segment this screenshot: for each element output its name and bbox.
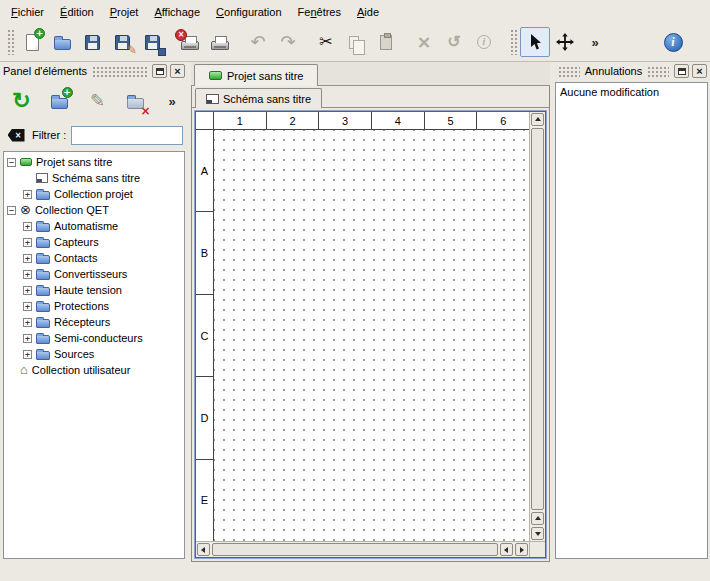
- expand-icon[interactable]: [23, 350, 32, 359]
- horizontal-scroll-thumb[interactable]: [212, 543, 498, 556]
- expand-icon[interactable]: [23, 286, 32, 295]
- open-file-button[interactable]: [47, 27, 77, 57]
- tree-item[interactable]: Récepteurs: [4, 314, 184, 330]
- tree-item-label: Collection QET: [35, 204, 109, 216]
- delete-button[interactable]: [409, 27, 439, 57]
- menu-projet[interactable]: Projet: [102, 2, 147, 22]
- move-arrows-icon: [556, 33, 574, 51]
- new-element-button[interactable]: [44, 86, 75, 117]
- tree-item[interactable]: Semi-conducteurs: [4, 330, 184, 346]
- paste-button[interactable]: [371, 27, 401, 57]
- element-info-button[interactable]: [469, 27, 499, 57]
- menu-bar: Fichier Édition Projet Affichage Configu…: [0, 0, 710, 23]
- grid-canvas[interactable]: [214, 130, 529, 541]
- menu-aide[interactable]: Aide: [349, 2, 387, 22]
- menu-configuration[interactable]: Configuration: [208, 2, 289, 22]
- panel-overflow-button[interactable]: »: [162, 86, 182, 116]
- reload-collections-button[interactable]: [6, 86, 37, 117]
- diagram-view[interactable]: 1 2 3 4 5 6 A B C D: [195, 111, 546, 558]
- menu-fenetres[interactable]: Fenêtres: [290, 2, 349, 22]
- column-ruler: 1 2 3 4 5 6: [214, 112, 529, 130]
- tree-item[interactable]: Collection utilisateur: [4, 362, 184, 378]
- print-button[interactable]: [205, 27, 235, 57]
- undo-panel-drag-handle[interactable]: [647, 66, 669, 77]
- redo-icon: [280, 33, 295, 51]
- scroll-left-button[interactable]: [197, 543, 210, 556]
- undo-button[interactable]: [243, 27, 273, 57]
- toolbar-overflow-button[interactable]: »: [580, 27, 610, 57]
- rotate-button[interactable]: [439, 27, 469, 57]
- expand-icon[interactable]: [23, 254, 32, 263]
- info-blue-icon: [664, 33, 683, 52]
- undo-panel-float-button[interactable]: [674, 64, 689, 78]
- collapse-icon[interactable]: [7, 206, 16, 215]
- save-as-button[interactable]: [107, 27, 137, 57]
- expand-icon[interactable]: [23, 302, 32, 311]
- tree-item[interactable]: Capteurs: [4, 234, 184, 250]
- save-all-button[interactable]: [137, 27, 167, 57]
- pan-mode-button[interactable]: [550, 27, 580, 57]
- tree-item[interactable]: Collection projet: [4, 186, 184, 202]
- project-window: Schéma sans titre 1 2 3 4: [191, 86, 550, 562]
- tree-item[interactable]: Schéma sans titre: [4, 170, 184, 186]
- tree-item[interactable]: Convertisseurs: [4, 266, 184, 282]
- undo-history-list[interactable]: Aucune modification: [555, 82, 708, 559]
- menu-fichier[interactable]: Fichier: [3, 2, 52, 22]
- horizontal-scrollbar[interactable]: [196, 541, 529, 557]
- scroll-up-button[interactable]: [531, 113, 544, 126]
- project-tab[interactable]: Projet sans titre: [194, 64, 318, 86]
- tree-item[interactable]: Automatisme: [4, 218, 184, 234]
- tree-item[interactable]: Contacts: [4, 250, 184, 266]
- scrollbar-corner: [529, 541, 545, 557]
- copy-button[interactable]: [341, 27, 371, 57]
- expand-icon[interactable]: [23, 334, 32, 343]
- undo-panel-close-button[interactable]: [692, 64, 707, 78]
- toolbar-drag-handle[interactable]: [7, 29, 14, 55]
- delete-element-button[interactable]: [120, 86, 151, 117]
- scroll-right-button[interactable]: [515, 543, 528, 556]
- vertical-scroll-thumb[interactable]: [531, 128, 544, 510]
- save-button[interactable]: [77, 27, 107, 57]
- scroll-down-button[interactable]: [531, 527, 544, 540]
- elements-panel-title: Panel d'éléments: [3, 65, 87, 77]
- arrow-left-icon: [501, 547, 508, 553]
- tabbar-empty: [318, 62, 550, 86]
- scroll-left-button[interactable]: [500, 543, 513, 556]
- elements-panel-float-button[interactable]: [152, 64, 167, 78]
- elements-panel-titlebar: Panel d'éléments: [0, 62, 188, 80]
- diagram-sheet-area[interactable]: 1 2 3 4 5 6 A B C D: [196, 112, 529, 541]
- collapse-icon[interactable]: [7, 158, 16, 167]
- new-file-button[interactable]: [17, 27, 47, 57]
- cut-button[interactable]: [311, 27, 341, 57]
- elements-panel-drag-handle[interactable]: [92, 66, 147, 77]
- elements-panel-close-button[interactable]: [170, 64, 185, 78]
- schema-tab[interactable]: Schéma sans titre: [195, 88, 322, 108]
- tools-toolbar-drag-handle[interactable]: [510, 29, 517, 55]
- expand-icon[interactable]: [23, 190, 32, 199]
- delete-element-icon: [125, 90, 147, 112]
- menu-edition[interactable]: Édition: [52, 2, 102, 22]
- expand-icon[interactable]: [23, 318, 32, 327]
- close-icon: [696, 66, 702, 77]
- close-file-button[interactable]: [175, 27, 205, 57]
- about-button[interactable]: [658, 27, 688, 57]
- redo-button[interactable]: [273, 27, 303, 57]
- tree-item[interactable]: Sources: [4, 346, 184, 362]
- undo-icon: [250, 33, 265, 51]
- expand-icon[interactable]: [23, 222, 32, 231]
- expand-icon[interactable]: [23, 238, 32, 247]
- tree-item[interactable]: Projet sans titre: [4, 154, 184, 170]
- vertical-scrollbar[interactable]: [529, 112, 545, 541]
- tree-item[interactable]: Haute tension: [4, 282, 184, 298]
- edit-element-button[interactable]: [82, 86, 113, 117]
- undo-panel-drag-handle[interactable]: [558, 66, 580, 77]
- app-window: Fichier Édition Projet Affichage Configu…: [0, 0, 710, 581]
- expand-icon[interactable]: [23, 270, 32, 279]
- tree-item[interactable]: Collection QET: [4, 202, 184, 218]
- clear-filter-button[interactable]: [5, 126, 27, 144]
- tree-item[interactable]: Protections: [4, 298, 184, 314]
- filter-input[interactable]: [71, 126, 183, 145]
- selection-mode-button[interactable]: [520, 27, 550, 57]
- scroll-up-button[interactable]: [531, 512, 544, 525]
- menu-affichage[interactable]: Affichage: [146, 2, 208, 22]
